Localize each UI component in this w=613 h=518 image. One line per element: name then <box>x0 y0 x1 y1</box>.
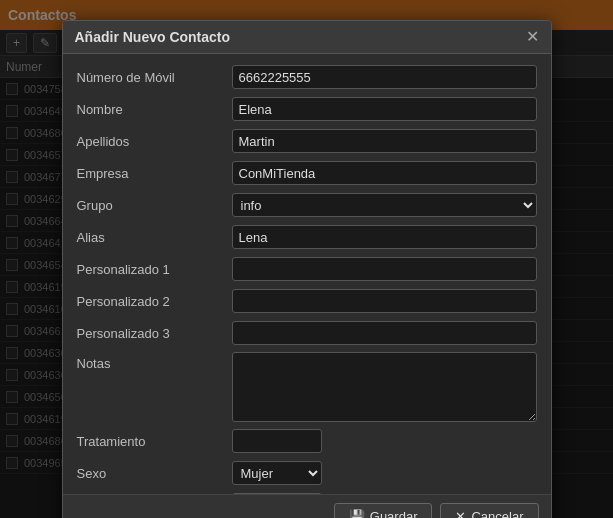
nombre-row: Nombre <box>77 96 537 122</box>
empresa-row: Empresa <box>77 160 537 186</box>
tratamiento-input[interactable] <box>232 429 322 453</box>
modal-close-button[interactable]: ✕ <box>526 29 539 45</box>
personalizado2-row: Personalizado 2 <box>77 288 537 314</box>
numero-movil-input[interactable] <box>232 65 537 89</box>
alias-label: Alias <box>77 230 232 245</box>
personalizado1-input[interactable] <box>232 257 537 281</box>
notas-label: Notas <box>77 352 232 371</box>
personalizado1-label: Personalizado 1 <box>77 262 232 277</box>
grupo-row: Grupo info familia trabajo amigos <box>77 192 537 218</box>
modal-title: Añadir Nuevo Contacto <box>75 29 231 45</box>
notas-row: Notas <box>77 352 537 422</box>
save-icon: 💾 <box>349 509 365 518</box>
cancel-button[interactable]: ✕ Cancelar <box>440 503 538 518</box>
empresa-label: Empresa <box>77 166 232 181</box>
modal-body: Número de Móvil Nombre Apellidos Empresa… <box>63 54 551 494</box>
empresa-input[interactable] <box>232 161 537 185</box>
add-contact-modal: Añadir Nuevo Contacto ✕ Número de Móvil … <box>62 20 552 518</box>
notas-input[interactable] <box>232 352 537 422</box>
grupo-select[interactable]: info familia trabajo amigos <box>232 193 537 217</box>
modal-footer: 💾 Guardar ✕ Cancelar <box>63 494 551 518</box>
sexo-select[interactable]: Mujer Hombre Otro <box>232 461 322 485</box>
nombre-input[interactable] <box>232 97 537 121</box>
personalizado3-input[interactable] <box>232 321 537 345</box>
sexo-label: Sexo <box>77 466 232 481</box>
personalizado2-input[interactable] <box>232 289 537 313</box>
personalizado3-row: Personalizado 3 <box>77 320 537 346</box>
save-button[interactable]: 💾 Guardar <box>334 503 433 518</box>
save-label: Guardar <box>370 509 418 518</box>
personalizado3-label: Personalizado 3 <box>77 326 232 341</box>
tratamiento-label: Tratamiento <box>77 434 232 449</box>
modal-overlay: Añadir Nuevo Contacto ✕ Número de Móvil … <box>0 0 613 518</box>
sexo-row: Sexo Mujer Hombre Otro <box>77 460 537 486</box>
modal-header: Añadir Nuevo Contacto ✕ <box>63 21 551 54</box>
apellidos-row: Apellidos <box>77 128 537 154</box>
nombre-label: Nombre <box>77 102 232 117</box>
fecha-nacimiento-input[interactable] <box>232 493 322 494</box>
numero-movil-label: Número de Móvil <box>77 70 232 85</box>
personalizado2-label: Personalizado 2 <box>77 294 232 309</box>
grupo-label: Grupo <box>77 198 232 213</box>
cancel-label: Cancelar <box>471 509 523 518</box>
numero-movil-row: Número de Móvil <box>77 64 537 90</box>
alias-row: Alias <box>77 224 537 250</box>
cancel-icon: ✕ <box>455 509 466 518</box>
personalizado1-row: Personalizado 1 <box>77 256 537 282</box>
tratamiento-row: Tratamiento <box>77 428 537 454</box>
apellidos-input[interactable] <box>232 129 537 153</box>
apellidos-label: Apellidos <box>77 134 232 149</box>
alias-input[interactable] <box>232 225 537 249</box>
